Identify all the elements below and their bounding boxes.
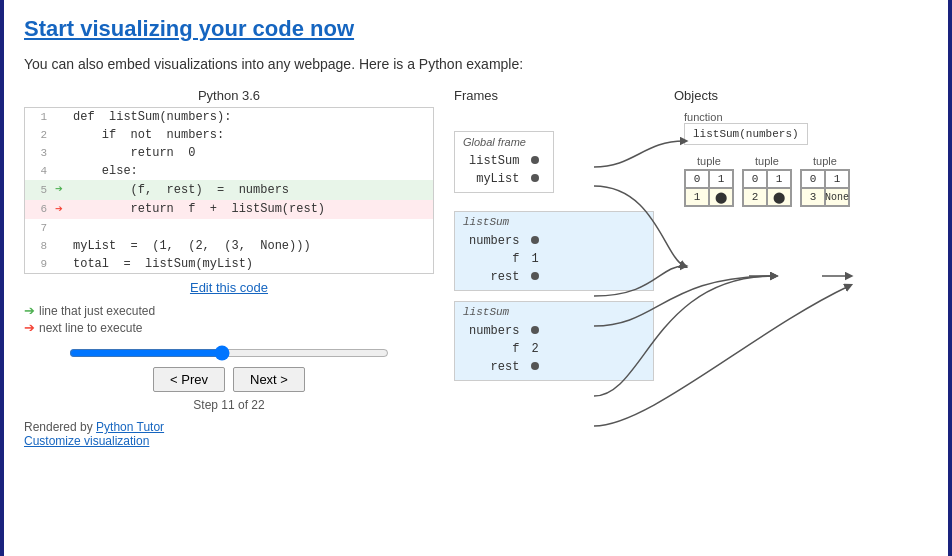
code-line-8: 8 myList = (1, (2, (3, None))) xyxy=(25,237,433,255)
table-row: numbers xyxy=(463,322,545,340)
tuple-3-values: 3 None xyxy=(801,188,849,206)
code-line-3: 3 return 0 xyxy=(25,144,433,162)
tuple-2-values: 2 ⬤ xyxy=(743,188,791,206)
tuple-1-v0: 1 xyxy=(685,188,709,206)
tuple-1-box: 0 1 1 ⬤ xyxy=(684,169,734,207)
table-row: rest xyxy=(463,358,545,376)
tuple-2-h1: 1 xyxy=(767,170,791,188)
legend-red-text: next line to execute xyxy=(39,321,142,335)
rendered-by-text: Rendered by xyxy=(24,420,93,434)
next-button[interactable]: Next > xyxy=(233,367,305,392)
f-value-2: 2 xyxy=(525,340,545,358)
green-arrow-icon: ➔ xyxy=(55,182,63,197)
dot-listsum xyxy=(531,156,539,164)
global-frame-table: listSum myList xyxy=(463,152,545,188)
listsum-frame-2: listSum numbers f 2 rest xyxy=(454,301,654,381)
dot-rest-1 xyxy=(531,272,539,280)
legend-green-icon: ➔ xyxy=(24,303,35,318)
section-header: Frames Objects xyxy=(454,88,928,103)
dot-rest-2 xyxy=(531,362,539,370)
edit-link[interactable]: Edit this code xyxy=(24,280,434,295)
f-value-1: 1 xyxy=(525,250,545,268)
frames-header: Frames xyxy=(454,88,674,103)
tuple-1-label: tuple xyxy=(684,155,734,167)
legend-green: ➔ line that just executed xyxy=(24,303,434,318)
tuple-1: tuple 0 1 1 ⬤ xyxy=(684,155,734,207)
legend: ➔ line that just executed ➔ next line to… xyxy=(24,303,434,335)
step-info: Step 11 of 22 xyxy=(193,398,264,412)
code-line-1: 1 def listSum(numbers): xyxy=(25,108,433,126)
nav-buttons: < Prev Next > xyxy=(153,367,305,392)
tuple-1-header: 0 1 xyxy=(685,170,733,188)
tuple-1-h0: 0 xyxy=(685,170,709,188)
tuple-3-h0: 0 xyxy=(801,170,825,188)
legend-red: ➔ next line to execute xyxy=(24,320,434,335)
listsum-frame-1-label: listSum xyxy=(463,216,645,228)
slider-row: < Prev Next > Step 11 of 22 xyxy=(24,345,434,412)
tuple-1-h1: 1 xyxy=(709,170,733,188)
listsum-frame-2-label: listSum xyxy=(463,306,645,318)
function-name: listSum(numbers) xyxy=(693,128,799,140)
tuple-2-header: 0 1 xyxy=(743,170,791,188)
global-frame-label: Global frame xyxy=(463,136,545,148)
tuple-3-box: 0 1 3 None xyxy=(800,169,850,207)
numbers-label-1: numbers xyxy=(463,232,525,250)
tuple-2-label: tuple xyxy=(742,155,792,167)
dot-mylist xyxy=(531,174,539,182)
tuple-1-v1: ⬤ xyxy=(709,188,733,206)
f-label-1: f xyxy=(463,250,525,268)
function-label: function xyxy=(684,111,952,123)
viz-area: Global frame listSum myList xyxy=(454,111,928,491)
table-row: numbers xyxy=(463,232,545,250)
prev-button[interactable]: < Prev xyxy=(153,367,225,392)
intro-text: You can also embed visualizations into a… xyxy=(24,56,928,72)
function-box: listSum(numbers) xyxy=(684,123,808,145)
table-row: myList xyxy=(463,170,545,188)
python-tutor-link[interactable]: Python Tutor xyxy=(96,420,164,434)
objects-header: Objects xyxy=(674,88,928,103)
f-label-2: f xyxy=(463,340,525,358)
legend-red-icon: ➔ xyxy=(24,320,35,335)
code-line-2: 2 if not numbers: xyxy=(25,126,433,144)
var-name-mylist: myList xyxy=(463,170,525,188)
table-row: f 1 xyxy=(463,250,545,268)
tuple-2-box: 0 1 2 ⬤ xyxy=(742,169,792,207)
tuples-row: tuple 0 1 1 ⬤ xyxy=(684,155,952,207)
dot-numbers-2 xyxy=(531,326,539,334)
tuple-3-header: 0 1 xyxy=(801,170,849,188)
tuple-3-v1: None xyxy=(825,188,849,206)
customize-link[interactable]: Customize visualization xyxy=(24,434,434,448)
tuple-2-v0: 2 xyxy=(743,188,767,206)
tuple-3-h1: 1 xyxy=(825,170,849,188)
page-title: Start visualizing your code now xyxy=(24,16,928,42)
code-box: 1 def listSum(numbers): 2 if not numbers… xyxy=(24,107,434,274)
rendered-by: Rendered by Python Tutor xyxy=(24,420,434,434)
function-area: function listSum(numbers) xyxy=(684,111,952,145)
code-line-7: 7 xyxy=(25,219,433,237)
tuple-2-v1: ⬤ xyxy=(767,188,791,206)
tuple-2: tuple 0 1 2 ⬤ xyxy=(742,155,792,207)
global-frame: Global frame listSum myList xyxy=(454,131,554,193)
table-row: listSum xyxy=(463,152,545,170)
table-row: f 2 xyxy=(463,340,545,358)
code-line-9: 9 total = listSum(myList) xyxy=(25,255,433,273)
code-line-5: 5 ➔ (f, rest) = numbers xyxy=(25,180,433,200)
frames-col: Global frame listSum myList xyxy=(454,131,654,381)
table-row: rest xyxy=(463,268,545,286)
var-name-listsum: listSum xyxy=(463,152,525,170)
tuple-3-v0: 3 xyxy=(801,188,825,206)
numbers-label-2: numbers xyxy=(463,322,525,340)
red-arrow-icon: ➔ xyxy=(55,202,63,217)
rest-label-2: rest xyxy=(463,358,525,376)
legend-green-text: line that just executed xyxy=(39,304,155,318)
listsum-frame-1: listSum numbers f 1 rest xyxy=(454,211,654,291)
tuple-1-values: 1 ⬤ xyxy=(685,188,733,206)
step-slider[interactable] xyxy=(69,345,389,361)
viz-panel: Frames Objects Global frame listSum xyxy=(454,88,928,491)
code-panel: Python 3.6 1 def listSum(numbers): 2 if … xyxy=(24,88,434,448)
tuple-3-label: tuple xyxy=(800,155,850,167)
listsum-frame-2-table: numbers f 2 rest xyxy=(463,322,545,376)
code-panel-title: Python 3.6 xyxy=(24,88,434,103)
tuple-3: tuple 0 1 3 None xyxy=(800,155,850,207)
dot-numbers-1 xyxy=(531,236,539,244)
